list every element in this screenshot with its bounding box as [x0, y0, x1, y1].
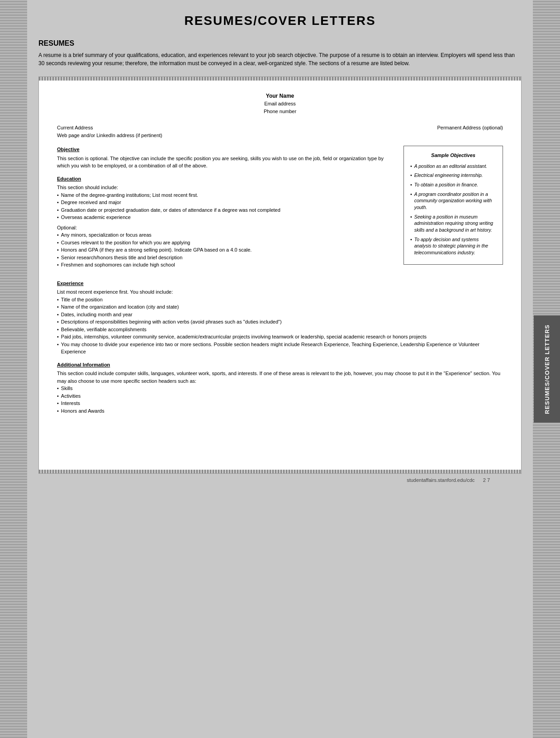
- sample-objectives-col: Sample Objectives • A position as an edi…: [403, 146, 503, 274]
- sample-obj-5: • Seeking a position in museum administr…: [410, 214, 496, 233]
- permanent-address-label: Permanent Address (optional): [437, 124, 503, 139]
- exp-bullet-2-text: Name of the organization and location (c…: [61, 303, 179, 311]
- sample-obj-5-text: Seeking a position in museum administrat…: [414, 214, 496, 233]
- objective-section: Objective This section is optional. The …: [57, 146, 503, 274]
- add-bullet-2-text: Activities: [61, 392, 81, 400]
- exp-bullet-6-text: Paid jobs, internships, volunteer commun…: [61, 333, 427, 341]
- education-intro: This section should include:: [57, 184, 397, 191]
- education-section: Education This section should include: •…: [57, 175, 397, 269]
- add-bullet-2: • Activities: [57, 392, 503, 400]
- edu-opt-bullet-2: • Courses relevant to the position for w…: [57, 239, 397, 247]
- edu-bullet-1-text: Name of the degree-granting institutions…: [61, 191, 198, 199]
- page-title: RESUMES/COVER LETTERS: [38, 14, 522, 28]
- resumes-heading: RESUMES: [38, 39, 522, 48]
- sample-objectives-title: Sample Objectives: [410, 152, 496, 159]
- exp-bullet-4-text: Descriptions of responsibilities beginni…: [61, 318, 282, 326]
- objective-text: This section is optional. The objective …: [57, 155, 397, 170]
- exp-bullet-5-text: Believable, verifiable accomplishments: [61, 326, 147, 333]
- edu-opt-bullet-4: • Senior research/honors thesis title an…: [57, 254, 397, 262]
- edu-opt-bullet-4-text: Senior research/honors thesis title and …: [61, 254, 182, 262]
- add-bullet-4: • Honors and Awards: [57, 407, 503, 415]
- phone-number: Phone number: [57, 108, 503, 115]
- edu-opt-bullet-1: • Any minors, specialization or focus ar…: [57, 231, 397, 239]
- edu-opt-bullet-2-text: Courses relevant to the position for whi…: [61, 239, 190, 247]
- exp-bullet-5: • Believable, verifiable accomplishments: [57, 326, 503, 333]
- experience-title: Experience: [57, 280, 503, 287]
- footer-url: studentaffairs.stanford.edu/cdc: [407, 477, 475, 483]
- sample-obj-6: • To apply decision and systems analysis…: [410, 236, 496, 256]
- edu-opt-bullet-5-text: Freshmen and sophomores can include high…: [61, 261, 175, 269]
- optional-label: Optional:: [57, 224, 397, 232]
- edu-bullet-2: • Degree received and major: [57, 199, 397, 206]
- resume-header: Your Name Email address Phone number: [57, 92, 503, 115]
- sample-obj-2: • Electrical engineering internship.: [410, 172, 496, 179]
- page-container: RESUMES/COVER LETTERS RESUMES/COVER LETT…: [0, 0, 560, 738]
- email-address: Email address: [57, 100, 503, 108]
- exp-bullet-7: • You may choose to divide your experien…: [57, 341, 503, 356]
- vertical-tab: RESUMES/COVER LETTERS: [534, 315, 560, 423]
- sample-obj-6-text: To apply decision and systems analysis t…: [414, 236, 496, 256]
- edu-bullet-3-text: Graduation date or projected graduation …: [61, 206, 280, 214]
- edu-bullet-3: • Graduation date or projected graduatio…: [57, 206, 397, 214]
- experience-intro: List most recent experience first. You s…: [57, 288, 503, 296]
- education-optional-bullets: • Any minors, specialization or focus ar…: [57, 231, 397, 269]
- exp-bullet-3-text: Dates, including month and year: [61, 311, 133, 319]
- additional-info-bullets: • Skills • Activities • Interests •: [57, 385, 503, 414]
- sample-obj-1-text: A position as an editorial assistant.: [414, 163, 487, 170]
- experience-section: Experience List most recent experience f…: [57, 280, 503, 356]
- main-content: RESUMES/COVER LETTERS RESUMES A resume i…: [29, 0, 531, 503]
- edu-opt-bullet-3: • Honors and GPA (if they are a strong s…: [57, 246, 397, 254]
- add-bullet-3-text: Interests: [61, 400, 80, 407]
- additional-info-title: Additional Information: [57, 361, 503, 369]
- exp-bullet-1-text: Title of the position: [61, 296, 103, 304]
- sample-obj-2-text: Electrical engineering internship.: [414, 172, 483, 179]
- add-bullet-4-text: Honors and Awards: [61, 407, 104, 415]
- add-bullet-1: • Skills: [57, 385, 503, 392]
- left-border-pattern: [0, 0, 27, 738]
- sample-obj-4: • A program coordinator position in a co…: [410, 191, 496, 211]
- exp-bullet-2: • Name of the organization and location …: [57, 303, 503, 311]
- your-name: Your Name: [57, 92, 503, 100]
- edu-bullet-4-text: Overseas academic experience: [61, 214, 131, 221]
- sample-obj-3-text: To obtain a position in finance.: [414, 181, 478, 188]
- education-required-bullets: • Name of the degree-granting institutio…: [57, 191, 397, 221]
- sample-objectives-box: Sample Objectives • A position as an edi…: [403, 146, 503, 265]
- exp-bullet-3: • Dates, including month and year: [57, 311, 503, 319]
- edu-opt-bullet-5: • Freshmen and sophomores can include hi…: [57, 261, 397, 269]
- edu-opt-bullet-1-text: Any minors, specialization or focus area…: [61, 231, 152, 239]
- doc-top-border: [39, 77, 521, 81]
- bottom-spacer: [57, 420, 503, 456]
- doc-content: Your Name Email address Phone number Cur…: [39, 81, 521, 470]
- document-area: Your Name Email address Phone number Cur…: [38, 76, 522, 474]
- objective-title: Objective: [57, 146, 397, 153]
- edu-opt-bullet-3-text: Honors and GPA (if they are a strong sel…: [61, 246, 252, 254]
- additional-info-section: Additional Information This section coul…: [57, 361, 503, 415]
- education-title: Education: [57, 175, 397, 183]
- add-bullet-1-text: Skills: [61, 385, 73, 392]
- objective-left: Objective This section is optional. The …: [57, 146, 397, 274]
- bullet-char: •: [57, 199, 59, 206]
- footer-page: 2 7: [483, 477, 490, 483]
- experience-bullets: • Title of the position • Name of the or…: [57, 296, 503, 356]
- exp-bullet-4: • Descriptions of responsibilities begin…: [57, 318, 503, 326]
- additional-info-text: This section could include computer skil…: [57, 370, 503, 385]
- page-footer: studentaffairs.stanford.edu/cdc 2 7: [38, 474, 522, 485]
- bullet-char: •: [57, 191, 59, 199]
- edu-bullet-1: • Name of the degree-granting institutio…: [57, 191, 397, 199]
- exp-bullet-7-text: You may choose to divide your experience…: [61, 341, 503, 356]
- bullet-char: •: [57, 214, 59, 221]
- current-address-block: Current Address Web page and/or LinkedIn…: [57, 124, 162, 139]
- sample-obj-3: • To obtain a position in finance.: [410, 181, 496, 188]
- vertical-tab-label: RESUMES/COVER LETTERS: [544, 324, 551, 414]
- bullet-char: •: [57, 206, 59, 214]
- sample-obj-1: • A position as an editorial assistant.: [410, 163, 496, 170]
- exp-bullet-1: • Title of the position: [57, 296, 503, 304]
- current-address-label: Current Address: [57, 124, 162, 132]
- exp-bullet-6: • Paid jobs, internships, volunteer comm…: [57, 333, 503, 341]
- edu-bullet-4: • Overseas academic experience: [57, 214, 397, 221]
- add-bullet-3: • Interests: [57, 400, 503, 407]
- sample-obj-4-text: A program coordinator position in a comm…: [414, 191, 496, 211]
- web-address-label: Web page and/or LinkedIn address (if per…: [57, 132, 162, 139]
- intro-paragraph: A resume is a brief summary of your qual…: [38, 51, 522, 67]
- edu-bullet-2-text: Degree received and major: [61, 199, 121, 206]
